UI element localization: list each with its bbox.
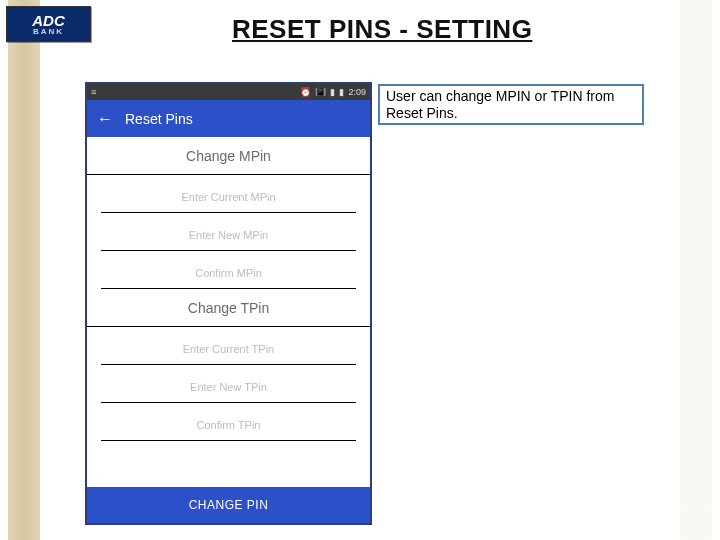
new-tpin-placeholder: Enter New TPin [190, 381, 267, 393]
new-mpin-placeholder: Enter New MPin [189, 229, 268, 241]
info-callout-text: User can change MPIN or TPIN from Reset … [386, 88, 636, 122]
alarm-icon: ⏰ [300, 87, 311, 97]
status-left-icons: ≡ [91, 87, 96, 97]
new-tpin-field[interactable]: Enter New TPin [101, 371, 356, 403]
confirm-mpin-field[interactable]: Confirm MPin [101, 257, 356, 289]
phone-screenshot: ≡ ⏰ 📳 ▮ ▮ 2:09 ← Reset Pins Change MPin … [85, 82, 372, 525]
status-bar: ≡ ⏰ 📳 ▮ ▮ 2:09 [87, 84, 370, 100]
new-mpin-field[interactable]: Enter New MPin [101, 219, 356, 251]
menu-icon: ≡ [91, 87, 96, 97]
current-tpin-field[interactable]: Enter Current TPin [101, 333, 356, 365]
status-time: 2:09 [348, 87, 366, 97]
change-pin-button[interactable]: CHANGE PIN [87, 487, 370, 523]
decorative-stripe-right [680, 0, 712, 540]
confirm-tpin-placeholder: Confirm TPin [197, 419, 261, 431]
section-header-tpin: Change TPin [87, 289, 370, 327]
signal-icon: ▮ [330, 87, 335, 97]
vibrate-icon: 📳 [315, 87, 326, 97]
reset-pins-content: Change MPin Enter Current MPin Enter New… [87, 137, 370, 487]
confirm-tpin-field[interactable]: Confirm TPin [101, 409, 356, 441]
confirm-mpin-placeholder: Confirm MPin [195, 267, 262, 279]
bank-logo: ADC BANK [6, 6, 91, 42]
appbar-title: Reset Pins [125, 111, 193, 127]
current-tpin-placeholder: Enter Current TPin [183, 343, 275, 355]
current-mpin-placeholder: Enter Current MPin [181, 191, 275, 203]
battery-icon: ▮ [339, 87, 344, 97]
logo-top: ADC [32, 13, 65, 28]
current-mpin-field[interactable]: Enter Current MPin [101, 181, 356, 213]
decorative-stripe-left [8, 0, 40, 540]
section-header-mpin: Change MPin [87, 137, 370, 175]
page-title: RESET PINS - SETTING [232, 14, 532, 45]
app-bar: ← Reset Pins [87, 100, 370, 137]
info-callout: User can change MPIN or TPIN from Reset … [378, 84, 644, 125]
back-icon[interactable]: ← [97, 111, 113, 127]
logo-bottom: BANK [33, 28, 64, 36]
change-pin-button-label: CHANGE PIN [189, 498, 269, 512]
